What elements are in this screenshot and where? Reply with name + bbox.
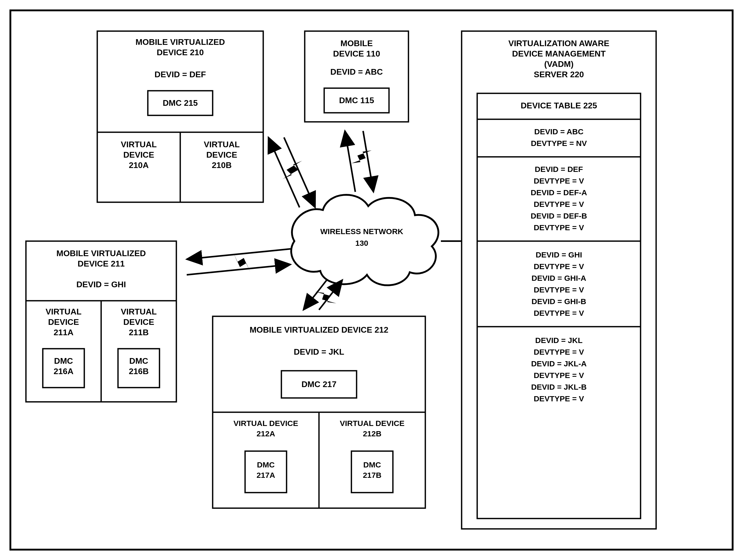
row1-0: DEVID = ABC <box>534 127 583 136</box>
table-title: DEVICE TABLE 225 <box>521 101 597 110</box>
server-title-2: DEVICE MANAGEMENT <box>512 49 606 58</box>
server-title-1: VIRTUALIZATION AWARE <box>508 39 609 48</box>
mvd212-vdb-1: VIRTUAL DEVICE <box>340 419 404 427</box>
row3-4: DEVID = GHI-B <box>532 297 586 306</box>
mvd212-vda-2: 212A <box>257 429 275 438</box>
md110-title-1: MOBILE <box>341 39 373 48</box>
mvd211-vdb-2: DEVICE <box>123 317 154 327</box>
md110-title-2: DEVICE 110 <box>333 49 380 58</box>
server-title-3: (VADM) <box>544 59 573 69</box>
mvd212-vdb-2: 212B <box>363 429 382 438</box>
row3-0: DEVID = GHI <box>535 250 582 259</box>
row4-2: DEVID = JKL-A <box>531 359 586 368</box>
mvd211-dmcb-1: DMC <box>129 356 148 366</box>
diagram-root: MOBILE VIRTUALIZED DEVICE 210 DEVID = DE… <box>0 0 743 560</box>
mvd-211: MOBILE VIRTUALIZED DEVICE 211 DEVID = GH… <box>26 241 176 402</box>
mvd210-title-1: MOBILE VIRTUALIZED <box>136 37 225 47</box>
mvd210-vda-3: 210A <box>129 160 149 170</box>
network-label-2: 130 <box>355 239 368 247</box>
mvd211-vdb-3: 211B <box>129 328 149 337</box>
mvd212-dmcb-1: DMC <box>363 460 381 469</box>
mvd212-title: MOBILE VIRTUALIZED DEVICE 212 <box>250 325 388 334</box>
row4-0: DEVID = JKL <box>535 336 583 344</box>
row1-1: DEVTYPE = NV <box>531 139 587 147</box>
mvd211-dmca-2: 216A <box>54 367 74 376</box>
mvd211-dmcb-2: 216B <box>129 367 149 376</box>
row3-3: DEVTYPE = V <box>534 285 584 294</box>
row4-4: DEVID = JKL-B <box>531 383 586 391</box>
mvd210-vdb-3: 210B <box>212 160 232 170</box>
mvd210-title-2: DEVICE 210 <box>157 48 204 57</box>
md-110: MOBILE DEVICE 110 DEVID = ABC DMC 115 <box>305 31 408 122</box>
mvd210-vdb-2: DEVICE <box>206 150 237 159</box>
row3-2: DEVID = GHI-A <box>532 274 586 282</box>
mvd211-vda-2: DEVICE <box>48 317 79 327</box>
row3-5: DEVTYPE = V <box>534 309 584 317</box>
row2-5: DEVTYPE = V <box>534 223 584 232</box>
md110-dmc: DMC 115 <box>339 96 374 105</box>
row2-2: DEVID = DEF-A <box>531 188 587 197</box>
row3-1: DEVTYPE = V <box>534 262 584 271</box>
mvd-212: MOBILE VIRTUALIZED DEVICE 212 DEVID = JK… <box>213 316 425 508</box>
mvd-210: MOBILE VIRTUALIZED DEVICE 210 DEVID = DE… <box>97 31 263 202</box>
mvd211-title-1: MOBILE VIRTUALIZED <box>56 249 146 258</box>
mvd212-dmca-2: 217A <box>257 471 275 479</box>
row4-3: DEVTYPE = V <box>534 371 584 380</box>
row2-3: DEVTYPE = V <box>534 200 584 208</box>
mvd210-dmc: DMC 215 <box>163 98 198 107</box>
mvd211-devid: DEVID = GHI <box>76 280 126 289</box>
mvd212-dmcb-2: 217B <box>363 471 382 479</box>
mvd212-dmca-1: DMC <box>257 460 275 469</box>
mvd211-title-2: DEVICE 211 <box>78 259 125 268</box>
mvd211-vda-3: 211A <box>54 328 74 337</box>
server-title-4: SERVER 220 <box>534 70 584 79</box>
mvd211-vda-1: VIRTUAL <box>46 307 82 316</box>
mvd211-dmca-1: DMC <box>54 356 73 366</box>
row2-0: DEVID = DEF <box>535 165 583 174</box>
mvd211-vdb-1: VIRTUAL <box>121 307 157 316</box>
md110-devid: DEVID = ABC <box>331 67 383 77</box>
mvd210-vda-2: DEVICE <box>123 150 154 159</box>
row4-1: DEVTYPE = V <box>534 348 584 356</box>
network-label-1: WIRELESS NETWORK <box>320 227 403 236</box>
mvd212-vda-1: VIRTUAL DEVICE <box>233 419 298 427</box>
vadm-server: VIRTUALIZATION AWARE DEVICE MANAGEMENT (… <box>462 31 656 529</box>
mvd212-dmc: DMC 217 <box>301 380 336 389</box>
mvd210-vdb-1: VIRTUAL <box>204 140 240 149</box>
row4-5: DEVTYPE = V <box>534 394 584 403</box>
mvd210-vda-1: VIRTUAL <box>121 140 157 149</box>
row2-4: DEVID = DEF-B <box>531 212 587 220</box>
mvd212-devid: DEVID = JKL <box>294 347 344 357</box>
row2-1: DEVTYPE = V <box>534 177 584 185</box>
mvd210-devid: DEVID = DEF <box>155 70 206 79</box>
